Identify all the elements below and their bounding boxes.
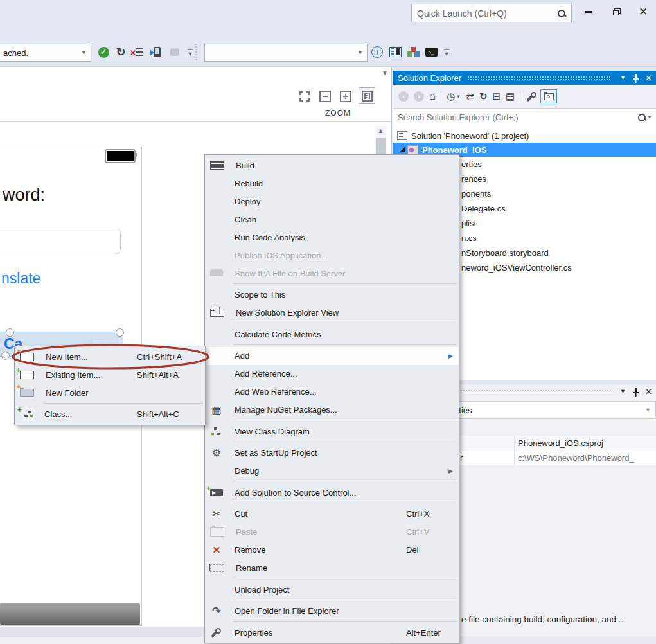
tree-item-solution[interactable]: Solution 'Phoneword' (1 project) [393, 129, 656, 143]
deploy-to-device-button[interactable] [150, 45, 164, 59]
menu-item-label: Open Folder in File Explorer [235, 606, 339, 616]
menu-item-label: New Item... [46, 352, 88, 362]
menu-item[interactable]: Existing Item... Shift+Alt+A [15, 366, 205, 384]
menu-item[interactable]: Properties Alt+Enter [205, 623, 459, 641]
menu-item[interactable]: Set as StartUp Project [205, 444, 459, 462]
translate-button-label[interactable]: nslate [1, 270, 40, 287]
refresh-button[interactable]: ↻ [479, 90, 488, 103]
menu-item[interactable]: Rebuild [205, 174, 459, 192]
menu-item[interactable]: New Folder [15, 384, 205, 402]
pin-icon [632, 73, 639, 83]
menu-item[interactable]: Cut Ctrl+X [205, 505, 459, 523]
console-tool-button[interactable]: >_ [424, 45, 438, 59]
menu-item[interactable]: Add [205, 347, 459, 365]
ipa-icon [210, 270, 223, 276]
close-panel-button[interactable]: ✕ [643, 386, 654, 397]
ios-project-icon [407, 145, 418, 155]
selection-handle[interactable] [6, 328, 14, 337]
tree-item-fragment[interactable]: Delegate.cs [461, 201, 506, 216]
selection-handle[interactable] [1, 352, 10, 360]
tree-item-fragment[interactable]: erties [461, 157, 482, 172]
menu-item[interactable]: Add Solution to Source Control... [205, 483, 459, 501]
toolbar-search-combobox[interactable]: ▼ [204, 44, 368, 62]
properties-button[interactable] [526, 90, 535, 103]
device-target-combobox[interactable]: ached. ▼ [0, 44, 91, 62]
menu-item-label: New Solution Explorer View [236, 308, 339, 318]
close-panel-button[interactable]: ✕ [643, 73, 654, 84]
window-position-dropdown[interactable]: ▼ [617, 73, 628, 84]
menu-item[interactable]: Calculate Code Metrics [205, 325, 459, 343]
window-position-dropdown[interactable]: ▼ [617, 386, 628, 397]
pin-button[interactable] [630, 73, 641, 84]
menu-item[interactable]: Deploy [205, 192, 459, 210]
tree-item-fragment[interactable]: plist [461, 216, 476, 231]
preview-selected-items-button[interactable]: ▤ [506, 90, 515, 103]
quick-launch-input[interactable]: Quick Launch (Ctrl+Q) [411, 4, 572, 22]
menu-item[interactable]: Clean [205, 210, 459, 228]
search-button[interactable]: ▼ [637, 113, 652, 122]
run-check-button[interactable]: ✓ [96, 45, 111, 59]
menu-item[interactable]: New Item... Ctrl+Shift+A [15, 348, 205, 366]
close-icon: ✕ [639, 6, 648, 17]
menu-item[interactable]: Add Reference... [205, 365, 459, 383]
menu-item[interactable]: Debug [205, 462, 459, 480]
collapse-all-button[interactable]: ⊟ [492, 90, 501, 103]
search-icon[interactable] [557, 9, 566, 18]
menu-item[interactable]: New Solution Explorer View [205, 304, 459, 322]
nav-back-button[interactable]: ‹ [398, 90, 409, 103]
sync-with-active-document-button[interactable]: ⇄ [466, 90, 474, 103]
zoom-actual-size-button[interactable] [359, 87, 375, 104]
scroll-up-icon[interactable]: ▲ [375, 127, 386, 134]
zoom-out-icon [319, 91, 331, 102]
solution-explorer-titlebar[interactable]: Solution Explorer ▼ ✕ [393, 71, 656, 85]
cancel-build-button[interactable] [132, 45, 146, 59]
close-button[interactable]: ✕ [635, 3, 652, 20]
info-button[interactable]: i [370, 45, 384, 59]
grid-column-divider[interactable] [514, 436, 515, 465]
menu-item[interactable]: Rename [205, 559, 459, 577]
expanded-arrow-icon[interactable] [400, 147, 405, 152]
solution-explorer-search[interactable]: Search Solution Explorer (Ctrl+;) ▼ [393, 108, 656, 127]
doc-toolbar-divider [0, 121, 391, 122]
restore-button[interactable] [608, 3, 625, 20]
menu-item[interactable]: View Class Diagram [205, 422, 459, 440]
tree-item-fragment[interactable]: nStoryboard.storyboard [461, 246, 549, 260]
tree-item-fragment[interactable]: neword_iOSViewController.cs [461, 260, 572, 275]
solution-explorer-toolbar: ‹ › ⌂ ◷▼ ⇄ ↻ ⊟ ▤ [393, 85, 656, 109]
refresh-button[interactable]: ↻ [114, 45, 128, 59]
phoneword-text-field[interactable] [0, 228, 121, 255]
menu-item[interactable]: Class... Shift+Alt+C [15, 406, 205, 424]
tree-item-fragment[interactable]: n.cs [461, 231, 477, 246]
tree-item-fragment[interactable]: rences [461, 172, 486, 186]
zoom-fit-button[interactable] [297, 89, 312, 104]
show-all-files-button[interactable] [540, 90, 557, 103]
search-icon [637, 113, 646, 122]
zoom-out-button[interactable] [317, 89, 333, 104]
components-tool-button[interactable] [406, 45, 420, 59]
menu-item[interactable]: Scope to This [205, 286, 459, 304]
menu-item[interactable]: Run Code Analysis [205, 228, 459, 246]
menu-item[interactable]: Add Web Reference... [205, 383, 459, 401]
toolbar-overflow2-button[interactable]: —▼ [439, 45, 454, 59]
selection-handle[interactable] [116, 328, 124, 337]
menu-item-shortcut: Shift+Alt+C [137, 409, 179, 419]
zoom-in-button[interactable] [338, 89, 353, 104]
pin-button[interactable] [630, 386, 641, 397]
menu-item[interactable]: Build [205, 156, 459, 174]
document-options-dropdown[interactable]: ▼ [382, 69, 388, 76]
menu-item[interactable]: Manage NuGet Packages... [205, 401, 459, 419]
menu-item-label: Cut [235, 509, 247, 519]
minimize-button[interactable] [580, 3, 597, 20]
menu-item[interactable]: Remove Del [205, 541, 459, 559]
menu-item[interactable]: Unload Project [205, 580, 459, 598]
pending-changes-filter-button[interactable]: ◷▼ [447, 90, 461, 103]
tree-item-fragment[interactable]: ponents [461, 186, 491, 201]
menu-item[interactable]: Open Folder in File Explorer [205, 602, 459, 620]
back-icon: ‹ [398, 91, 409, 102]
forms-tool-button[interactable] [388, 45, 402, 59]
nav-forward-button[interactable]: › [414, 90, 424, 103]
toolbar-drag-handle[interactable] [195, 44, 197, 60]
home-button[interactable]: ⌂ [429, 90, 436, 103]
property-description: e file containing build, configuration, … [461, 614, 653, 624]
forward-icon: › [414, 91, 424, 102]
